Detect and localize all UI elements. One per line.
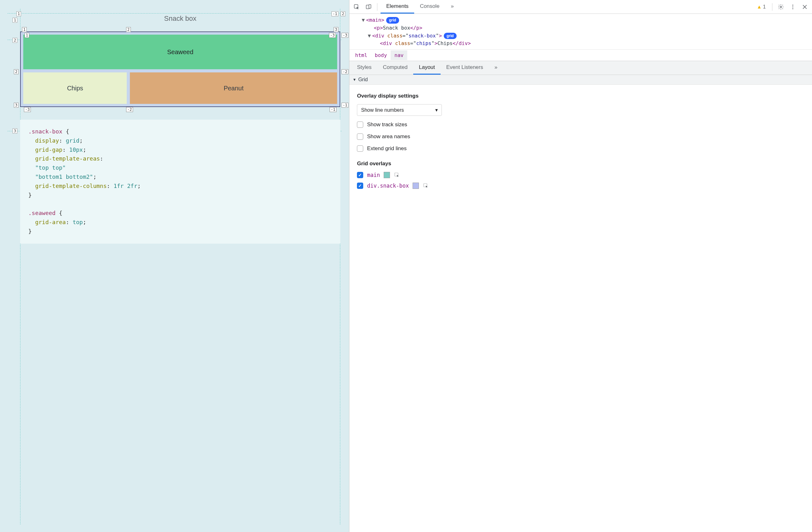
layout-panel-body: Overlay display settings Show line numbe… [349, 85, 812, 532]
checkbox-show-area-names[interactable]: Show area names [357, 134, 804, 140]
line-num: -2 [342, 69, 348, 74]
overlay-row-div-snack-box: div.snack-box [357, 183, 804, 189]
devtools-panel: Elements Console » ▲ 1 ▼<main>grid <p>Sn… [349, 0, 812, 532]
crumb-nav[interactable]: nav [391, 51, 407, 60]
svg-point-3 [780, 6, 782, 8]
dom-node-snackbox[interactable]: ▼<div class="snack-box">grid [352, 32, 809, 40]
overlay-selector[interactable]: div.snack-box [367, 183, 409, 189]
devtools-toolbar: Elements Console » ▲ 1 [349, 0, 812, 14]
overlay-color-swatch[interactable] [384, 172, 390, 178]
warning-count: 1 [763, 4, 766, 10]
crumb-html[interactable]: html [351, 51, 371, 60]
line-numbers-select-label: Show line numbers [361, 107, 404, 113]
device-toggle-icon[interactable] [363, 2, 374, 12]
subtab-more[interactable]: » [489, 61, 503, 74]
svg-point-6 [793, 8, 794, 9]
line-num: -2 [126, 107, 133, 112]
line-num: 1 [22, 27, 27, 32]
overlay-color-swatch[interactable] [412, 183, 419, 189]
outer-line-num: 2 [340, 11, 345, 16]
checkbox-label: Extend grid lines [367, 145, 407, 152]
line-num: -3 [329, 33, 336, 38]
toolbar-separator [772, 3, 772, 11]
line-num: 1 [25, 33, 29, 38]
checkbox-icon[interactable] [357, 145, 363, 152]
page-preview: 1 -1 2 1 2 3 Snack box 1 2 3 1 -3 2 3 -3… [0, 0, 349, 532]
snack-box-grid-overlay: 1 2 3 1 -3 2 3 -3 -2 -1 -3 -2 -1 Seaweed… [20, 31, 340, 107]
highlight-icon[interactable] [394, 172, 400, 178]
outer-line-num: 3 [13, 128, 17, 134]
grid-section-header[interactable]: ▼ Grid [349, 75, 812, 85]
checkbox-label: Show area names [367, 134, 410, 140]
checkbox-icon[interactable] [357, 122, 363, 128]
grid-guide [8, 13, 342, 14]
checkbox-icon[interactable] [357, 134, 363, 140]
inspect-icon[interactable] [351, 2, 362, 12]
subtab-computed[interactable]: Computed [377, 61, 413, 74]
line-num: -1 [330, 107, 336, 112]
close-icon[interactable] [799, 2, 810, 12]
line-num: -3 [24, 107, 31, 112]
svg-point-5 [793, 6, 794, 7]
preview-title: Snack box [20, 14, 340, 23]
toolbar-separator [377, 3, 377, 11]
overlay-checkbox[interactable] [357, 172, 363, 178]
subtab-event-listeners[interactable]: Event Listeners [440, 61, 489, 74]
cell-peanut: Peanut [130, 72, 337, 104]
grid-overlays-list: maindiv.snack-box [357, 172, 804, 189]
checkbox-label: Show track sizes [367, 122, 407, 128]
tab-console[interactable]: Console [414, 0, 445, 14]
crumb-body[interactable]: body [371, 51, 391, 60]
outer-line-num: 1 [13, 18, 17, 23]
line-num: 2 [126, 27, 131, 32]
dom-tree[interactable]: ▼<main>grid <p>Snack box</p> ▼<div class… [349, 14, 812, 50]
gear-icon[interactable] [775, 2, 786, 12]
grid-badge[interactable]: grid [386, 17, 399, 24]
line-num: 2 [14, 69, 18, 74]
overlay-checkbox[interactable] [357, 183, 363, 189]
snack-box-grid: Seaweed Chips Peanut [21, 32, 340, 107]
line-num: -1 [342, 103, 348, 108]
grid-overlays-heading: Grid overlays [357, 160, 804, 167]
highlight-icon[interactable] [423, 183, 429, 189]
grid-badge[interactable]: grid [444, 33, 456, 39]
grid-section-title: Grid [358, 77, 368, 83]
tab-more[interactable]: » [445, 0, 460, 14]
checkbox-show-track-sizes[interactable]: Show track sizes [357, 122, 804, 128]
overlay-selector[interactable]: main [367, 172, 380, 178]
tab-elements[interactable]: Elements [380, 0, 414, 14]
line-num: -3 [342, 33, 348, 38]
checkbox-extend-grid-lines[interactable]: Extend grid lines [357, 145, 804, 152]
overlay-settings-checkboxes: Show track sizesShow area namesExtend gr… [357, 122, 804, 152]
line-numbers-select[interactable]: Show line numbers ▾ [357, 104, 442, 116]
chevron-down-icon: ▾ [435, 107, 438, 113]
subtab-layout[interactable]: Layout [413, 61, 440, 74]
kebab-icon[interactable] [787, 2, 798, 12]
css-source: .snack-box { display: grid; grid-gap: 10… [20, 120, 340, 244]
cell-seaweed: Seaweed [23, 34, 337, 69]
subtab-styles[interactable]: Styles [351, 61, 377, 74]
dom-node-main[interactable]: ▼<main>grid [352, 16, 809, 24]
warning-icon: ▲ [757, 4, 762, 10]
warnings-badge[interactable]: ▲ 1 [754, 4, 769, 10]
styles-subtabs: Styles Computed Layout Event Listeners » [349, 61, 812, 75]
line-num: 3 [334, 27, 338, 32]
overlay-settings-heading: Overlay display settings [357, 93, 804, 99]
dom-breadcrumbs: html body nav [349, 50, 812, 61]
disclosure-icon: ▼ [352, 78, 356, 82]
dom-node-p[interactable]: <p>Snack box</p> [352, 24, 809, 32]
line-num: 3 [14, 103, 18, 108]
overlay-row-main: main [357, 172, 804, 178]
outer-line-num: 2 [13, 38, 17, 43]
cell-chips: Chips [23, 72, 127, 104]
dom-node-chips[interactable]: <div class="chips">Chips</div> [352, 40, 809, 47]
svg-point-4 [793, 4, 794, 5]
svg-rect-2 [369, 4, 371, 8]
